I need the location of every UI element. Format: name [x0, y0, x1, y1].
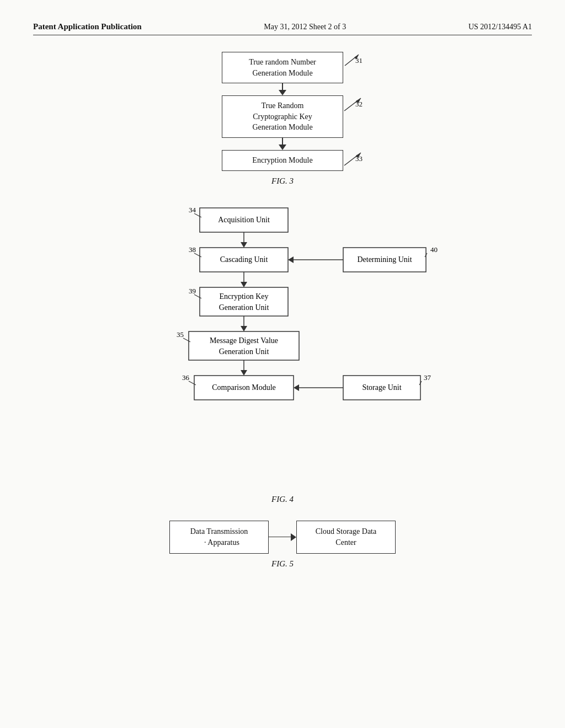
svg-marker-37: [241, 370, 247, 376]
fig5-section: Data Transmission· Apparatus Cloud Stora…: [33, 521, 532, 569]
svg-rect-31: [189, 331, 299, 360]
svg-marker-21: [288, 256, 294, 263]
svg-marker-1: [354, 55, 359, 60]
fig3-label: FIG. 3: [271, 176, 294, 186]
svg-text:Message Digest Value: Message Digest Value: [210, 336, 278, 345]
svg-text:Comparison Module: Comparison Module: [212, 383, 276, 392]
fig4-label: FIG. 4: [271, 495, 294, 504]
fig4-container: Acquisition Unit 34 Cascading Unit 38 De…: [117, 202, 448, 489]
svg-marker-5: [356, 153, 361, 158]
svg-text:Generation Unit: Generation Unit: [219, 347, 269, 356]
svg-text:38: 38: [189, 245, 196, 254]
box-33: Encryption Module: [222, 150, 343, 171]
page-header: Patent Application Publication May 31, 2…: [33, 22, 532, 35]
header-center: May 31, 2012 Sheet 2 of 3: [264, 23, 346, 31]
fig4-section: Acquisition Unit 34 Cascading Unit 38 De…: [33, 202, 532, 504]
fig5-label: FIG. 5: [271, 559, 294, 569]
svg-marker-3: [356, 98, 361, 104]
ref-arrow-32: [342, 95, 366, 112]
header-right: US 2012/134495 A1: [468, 23, 532, 31]
svg-text:36: 36: [182, 373, 190, 382]
box-31: True random NumberGeneration Module: [222, 52, 343, 83]
header-left: Patent Application Publication: [33, 22, 142, 31]
fig5-arrow: [269, 533, 296, 541]
svg-marker-30: [241, 326, 247, 331]
svg-text:35: 35: [177, 330, 184, 339]
fig5-row: Data Transmission· Apparatus Cloud Stora…: [169, 521, 396, 554]
svg-marker-47: [294, 384, 299, 391]
fig5-right-box: Cloud Storage DataCenter: [296, 521, 396, 554]
svg-text:37: 37: [424, 373, 431, 382]
svg-text:39: 39: [189, 287, 196, 295]
svg-text:Determining Unit: Determining Unit: [357, 255, 412, 264]
box-32: True RandomCryptographic KeyGeneration M…: [222, 95, 343, 138]
fig4-svg: Acquisition Unit 34 Cascading Unit 38 De…: [117, 202, 448, 489]
fig5-left-box: Data Transmission· Apparatus: [169, 521, 269, 554]
svg-rect-24: [200, 287, 288, 316]
ref-arrow-31: [342, 52, 364, 68]
svg-text:34: 34: [189, 206, 196, 214]
page: Patent Application Publication May 31, 2…: [0, 0, 565, 728]
svg-text:40: 40: [430, 245, 438, 254]
svg-text:Encryption Key: Encryption Key: [219, 292, 268, 301]
svg-marker-23: [241, 282, 247, 287]
svg-text:Cascading Unit: Cascading Unit: [220, 255, 268, 264]
svg-text:Generation Unit: Generation Unit: [219, 303, 269, 312]
svg-text:Acquisition Unit: Acquisition Unit: [218, 216, 270, 224]
svg-text:Storage Unit: Storage Unit: [362, 383, 401, 392]
fig3-section: True random NumberGeneration Module 31: [33, 52, 532, 186]
ref-arrow-33: [342, 150, 366, 167]
svg-marker-11: [241, 242, 247, 248]
